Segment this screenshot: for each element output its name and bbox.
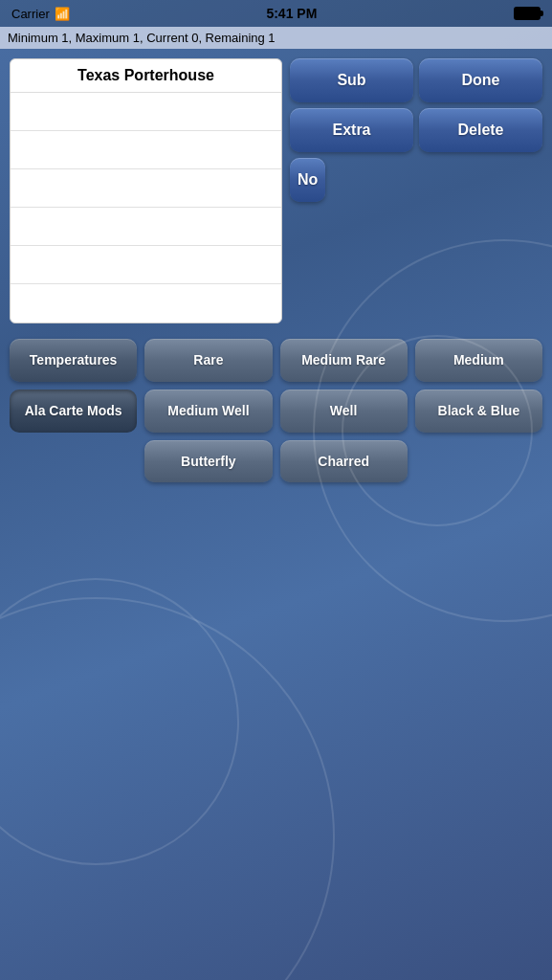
extra-button[interactable]: Extra	[290, 108, 413, 152]
list-item	[11, 93, 281, 131]
medium-rare-button[interactable]: Medium Rare	[280, 339, 408, 382]
black-blue-button[interactable]: Black & Blue	[415, 390, 542, 433]
sub-button[interactable]: Sub	[290, 58, 413, 102]
delete-button[interactable]: Delete	[419, 108, 542, 152]
list-item	[11, 246, 281, 284]
medium-button[interactable]: Medium	[415, 339, 542, 382]
charred-button[interactable]: Charred	[280, 440, 408, 483]
list-item	[11, 284, 281, 323]
well-button[interactable]: Well	[280, 390, 408, 433]
action-buttons: Sub Done Extra Delete No	[290, 58, 542, 323]
butterfly-button[interactable]: Butterfly	[144, 440, 272, 483]
carrier-label: Carrier 📶	[11, 7, 70, 21]
done-button[interactable]: Done	[419, 58, 542, 102]
ala-carte-mods-button[interactable]: Ala Carte Mods	[10, 390, 137, 433]
info-text: Minimum 1, Maximum 1, Current 0, Remaini…	[8, 31, 276, 45]
status-bar: Carrier 📶 5:41 PM	[0, 0, 552, 27]
list-item	[11, 169, 281, 208]
item-list: Texas Porterhouse	[10, 58, 282, 323]
main-content: Texas Porterhouse Sub Done Extra Delete …	[0, 49, 552, 333]
action-row-2: Extra Delete	[290, 108, 542, 152]
action-row-3: No	[290, 158, 542, 202]
rare-button[interactable]: Rare	[144, 339, 272, 382]
no-button[interactable]: No	[290, 158, 325, 202]
action-row-1: Sub Done	[290, 58, 542, 102]
battery-indicator	[514, 7, 541, 20]
info-bar: Minimum 1, Maximum 1, Current 0, Remaini…	[0, 27, 552, 49]
medium-well-button[interactable]: Medium Well	[144, 390, 272, 433]
battery-icon	[514, 7, 541, 20]
list-item	[11, 131, 281, 169]
list-item	[11, 208, 281, 246]
wifi-icon: 📶	[55, 7, 70, 21]
temperatures-button[interactable]: Temperatures	[10, 339, 137, 382]
modifier-grid: Temperatures Rare Medium Rare Medium Ala…	[0, 333, 552, 488]
carrier-text: Carrier	[11, 7, 50, 21]
list-header: Texas Porterhouse	[11, 59, 281, 93]
time-label: 5:41 PM	[266, 6, 317, 21]
